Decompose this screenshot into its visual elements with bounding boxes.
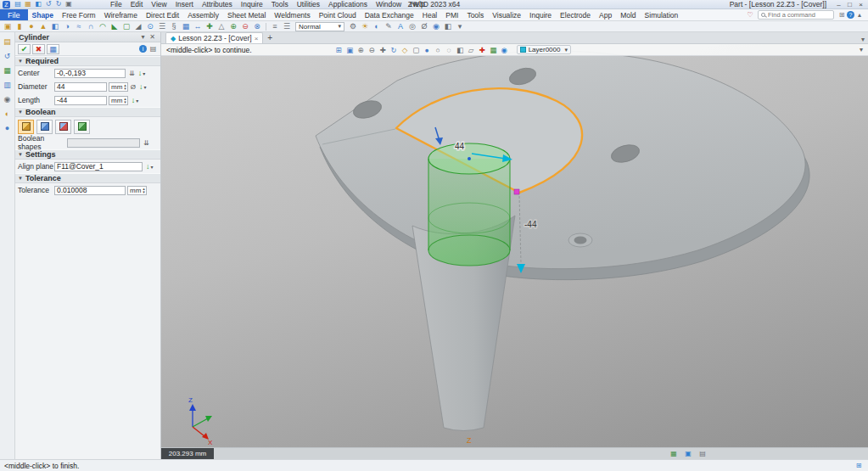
print-icon[interactable]: ▣: [64, 0, 74, 8]
ribbon-tab-inquire[interactable]: Inquire: [525, 9, 556, 20]
unit-spinner[interactable]: [124, 97, 126, 104]
tab-overflow-icon[interactable]: ▾: [861, 36, 865, 43]
csys-icon[interactable]: ✚: [477, 45, 488, 55]
ribbon-tab-heal[interactable]: Heal: [418, 9, 441, 20]
new-file-icon[interactable]: ▤: [13, 0, 23, 8]
diameter-unit[interactable]: mm: [109, 82, 128, 92]
apply-button[interactable]: ▦: [47, 44, 59, 54]
length-unit[interactable]: mm: [109, 96, 128, 105]
cylinder-center-point[interactable]: [468, 157, 471, 160]
tolerance-input[interactable]: 0.010008: [54, 186, 126, 195]
ribbon-tab-wireframe[interactable]: Wireframe: [100, 9, 142, 20]
boolean-shapes-expand-icon[interactable]: [143, 139, 149, 147]
layout-icon[interactable]: ⊞: [854, 462, 864, 470]
ribbon-tab-direct-edit[interactable]: Direct Edit: [142, 9, 183, 20]
zoom-window-icon[interactable]: ▣: [344, 45, 356, 55]
close-button[interactable]: ×: [855, 1, 866, 8]
ribbon-tab-point-cloud[interactable]: Point Cloud: [315, 9, 361, 20]
3d-scene[interactable]: 44 -44 Z X Z: [161, 44, 868, 447]
assembly-manager-icon[interactable]: ▦: [2, 66, 14, 75]
length-input[interactable]: -44: [54, 96, 107, 105]
ribbon-tab-assembly[interactable]: Assembly: [183, 9, 223, 20]
sheet-icon[interactable]: ▤: [697, 450, 708, 458]
monitor-icon[interactable]: ▣: [683, 450, 693, 458]
app-logo-icon[interactable]: Z: [3, 1, 10, 8]
text-style-icon[interactable]: ≡: [269, 22, 281, 31]
sphere-icon[interactable]: ●: [25, 22, 37, 31]
preview-cylinder[interactable]: [428, 143, 510, 266]
eye-icon[interactable]: ◉: [499, 45, 510, 55]
rotate-view-icon[interactable]: ↻: [389, 45, 400, 55]
boolean-intersect-button[interactable]: [74, 120, 90, 134]
ribbon-tab-tools[interactable]: Tools: [462, 9, 488, 20]
shell-icon[interactable]: ▢: [120, 22, 132, 31]
new-tab-button[interactable]: +: [267, 32, 272, 43]
ribbon-tab-sheet-metal[interactable]: Sheet Metal: [223, 9, 270, 20]
revolve-icon[interactable]: ◑: [61, 22, 73, 31]
dialog-collapse-icon[interactable]: ▾: [138, 33, 148, 41]
style-select[interactable]: Normal: [295, 22, 344, 31]
section-boolean[interactable]: ▼ Boolean: [15, 107, 160, 117]
tab-close-icon[interactable]: ×: [255, 35, 259, 42]
ribbon-tab-weldments[interactable]: Weldments: [270, 9, 314, 20]
menu-item-help[interactable]: Help: [406, 0, 428, 8]
material-icon[interactable]: ◐: [371, 22, 383, 31]
zoom-out-icon[interactable]: ⊖: [367, 45, 378, 55]
visibility-icon[interactable]: ◉: [430, 22, 442, 31]
favorite-icon[interactable]: ♡: [745, 11, 755, 20]
section-required[interactable]: ▼ Required: [15, 56, 160, 66]
paragraph-style-icon[interactable]: ☰: [281, 22, 293, 31]
section-icon[interactable]: ◧: [442, 22, 454, 31]
grid-display-icon[interactable]: ▦: [669, 450, 679, 458]
pick-diameter-button[interactable]: [139, 82, 147, 91]
boolean-add-icon[interactable]: ⊕: [227, 22, 239, 31]
file-ribbon-tab[interactable]: File: [0, 9, 28, 20]
section-view-icon[interactable]: ◧: [455, 45, 466, 55]
fillet-icon[interactable]: ◠: [97, 22, 109, 31]
menu-item-attributes[interactable]: Attributes: [198, 0, 237, 8]
boolean-shapes-input[interactable]: [67, 138, 140, 148]
sweep-icon[interactable]: ≈: [73, 22, 85, 31]
document-tab-active[interactable]: ◆ Lesson 22.Z3 - [Cover] ×: [165, 32, 263, 43]
perspective-icon[interactable]: ▱: [466, 45, 477, 55]
collapse-ribbon-icon[interactable]: ▴: [854, 11, 865, 20]
draft-icon[interactable]: ◢: [132, 22, 144, 31]
anchor-point[interactable]: [514, 189, 519, 194]
menu-item-tools[interactable]: Tools: [267, 0, 293, 8]
boolean-add-button[interactable]: [36, 120, 53, 134]
graphics-viewport[interactable]: 44 -44 Z X Z <mi: [161, 44, 868, 447]
zoom-in-icon[interactable]: ⊕: [356, 45, 367, 55]
unit-spinner[interactable]: [124, 83, 126, 90]
view-manager-icon[interactable]: ◉: [2, 95, 14, 104]
command-search-input[interactable]: [768, 11, 831, 19]
ribbon-tab-shape[interactable]: Shape: [28, 9, 59, 20]
boolean-remove-button[interactable]: [55, 120, 71, 134]
shade-mode-icon[interactable]: ●: [422, 45, 433, 55]
ok-button[interactable]: ✔: [18, 44, 31, 54]
role-manager-icon[interactable]: ●: [2, 124, 14, 132]
hole-icon[interactable]: ⊙: [144, 22, 156, 31]
diameter-input[interactable]: 44: [54, 82, 107, 92]
save-icon[interactable]: ◧: [33, 0, 43, 8]
ribbon-tab-visualize[interactable]: Visualize: [488, 9, 525, 20]
light-icon[interactable]: ☀: [359, 22, 371, 31]
apps-icon[interactable]: ⊞: [837, 11, 847, 20]
ribbon-tab-free-form[interactable]: Free Form: [58, 9, 100, 20]
mirror-icon[interactable]: ↔: [192, 22, 204, 31]
redo-icon[interactable]: ↻: [53, 0, 64, 8]
cone-icon[interactable]: ▲: [37, 22, 49, 31]
chamfer-icon[interactable]: ◣: [109, 22, 120, 31]
pattern-icon[interactable]: ▦: [180, 22, 192, 31]
extrude-icon[interactable]: ◧: [49, 22, 61, 31]
menu-item-window[interactable]: Window: [372, 0, 406, 8]
align-plane-input[interactable]: F11@Cover_1: [54, 162, 143, 171]
cancel-button[interactable]: ✖: [32, 44, 45, 54]
thread-icon[interactable]: §: [168, 22, 180, 31]
maximize-button[interactable]: □: [844, 1, 855, 8]
open-file-icon[interactable]: ▦: [23, 0, 33, 8]
pick-plane-button[interactable]: [146, 162, 154, 171]
scale-icon[interactable]: △: [216, 22, 227, 31]
pan-icon[interactable]: ✚: [378, 45, 389, 55]
pick-length-button[interactable]: [132, 96, 139, 104]
box-icon[interactable]: ▣: [2, 22, 14, 31]
